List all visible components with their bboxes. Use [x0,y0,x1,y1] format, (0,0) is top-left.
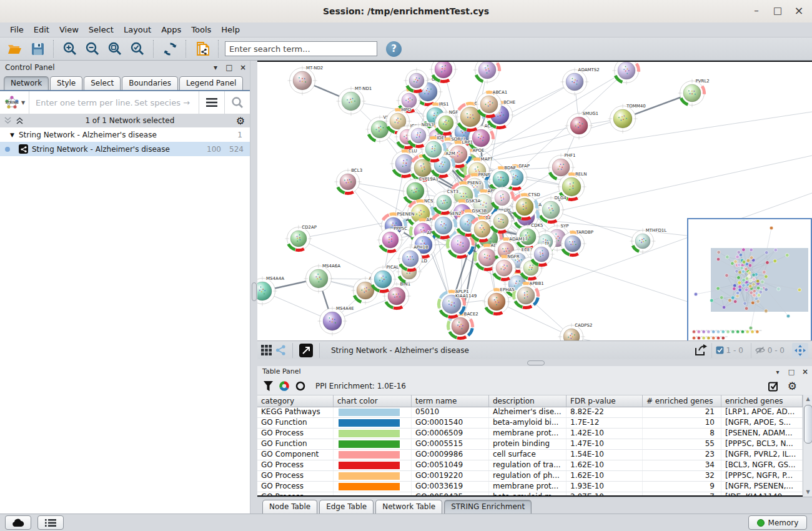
table-row[interactable]: GO ComponentGO:0009986cell surface1.54E-… [257,450,803,460]
grid-view-icon[interactable] [261,345,272,355]
zoom-in-button[interactable] [60,39,80,58]
network-node-MS4A6A[interactable]: MS4A6A [304,264,341,294]
network-node-MS4A4A[interactable]: MS4A4A [257,276,284,306]
panel-menu-icon[interactable]: ▾ [211,63,220,72]
table-row[interactable]: GO FunctionGO:0005515protein binding1.47… [257,439,803,450]
collapse-all-icon[interactable] [4,117,12,124]
tab-legend-panel[interactable]: Legend Panel [179,76,243,90]
zoom-selected-button[interactable] [127,39,147,58]
panel-close-icon[interactable]: × [801,367,810,376]
panel-menu-icon[interactable]: ▾ [773,369,782,375]
menu-layout[interactable]: Layout [119,24,156,36]
network-node-EPHA5[interactable]: EPHA5 [483,287,515,316]
network-node-MT-ND1[interactable]: MT-ND1 [337,86,372,116]
open-file-button[interactable] [5,39,25,58]
column-header-description[interactable]: description [489,395,567,407]
network-node-ADAMTS2[interactable]: ADAMTS2 [561,67,600,96]
search-input[interactable] [225,41,377,56]
share-view-icon[interactable] [275,345,286,355]
column-header-term-name[interactable]: term name [412,395,489,407]
network-node-MT-ND2[interactable]: MT-ND2 [288,66,324,96]
filter-icon[interactable] [264,381,273,391]
table-row[interactable]: GO ProcessGO:0006509membrane prot...1.42… [257,429,803,439]
network-node-DLG4[interactable]: DLG4 [537,196,567,224]
panel-float-icon[interactable]: □ [225,63,234,72]
string-query-placeholder[interactable]: Enter one term per line. [29,98,134,107]
menu-select[interactable]: Select [84,24,119,36]
table-row[interactable]: KEGG Pathways05010Alzheimer's dise...8.8… [257,407,803,418]
donut-chart-icon[interactable] [279,381,289,391]
tab-style[interactable]: Style [50,76,82,90]
scrollbar-thumb[interactable] [804,405,812,444]
menu-edit[interactable]: Edit [29,24,54,36]
panel-float-icon[interactable]: □ [787,368,796,376]
network-node-MTHFD1L[interactable]: MTHFD1L [630,228,667,254]
scroll-up-icon[interactable]: ▲ [803,395,812,404]
column-header--enriched-genes[interactable]: # enriched genes [643,395,721,407]
menu-help[interactable]: Help [216,24,245,36]
tab-network[interactable]: Network [4,76,49,90]
network-node-TREM2[interactable]: TREM2 [473,62,506,84]
task-history-button[interactable] [37,515,64,530]
column-header-chart-color[interactable]: chart color [334,395,412,407]
refresh-network-button[interactable] [160,39,180,58]
tab-boundaries[interactable]: Boundaries [122,76,178,90]
tab-network-table[interactable]: Network Table [375,500,442,514]
help-icon[interactable]: ? [386,41,402,57]
network-from-clipboard-button[interactable] [192,39,212,58]
zoom-out-button[interactable] [82,39,102,58]
table-row[interactable]: GO ProcessGO:0033619membrane prot...1.93… [257,482,803,492]
network-node-CADPS2[interactable]: CADPS2 [558,323,593,340]
menu-view[interactable]: View [54,24,84,36]
species-hint[interactable]: Set species → [134,98,199,107]
close-button[interactable]: × [788,0,810,22]
select-rows-icon[interactable] [768,381,779,392]
tab-edge-table[interactable]: Edge Table [319,500,374,514]
gear-icon[interactable]: ⚙ [788,380,797,392]
menu-file[interactable]: File [5,24,29,36]
table-row[interactable]: GO ProcessGO:0019220regulation of ph...1… [257,471,803,482]
horizontal-splitter[interactable] [257,359,812,366]
column-header-FDR-p-value[interactable]: FDR p-value [567,395,643,407]
column-header-category[interactable]: category [257,395,334,407]
gear-icon[interactable]: ⚙ [236,115,245,127]
column-header-enriched-genes[interactable]: enriched genes [721,395,803,407]
expand-all-icon[interactable] [16,117,24,124]
maximize-button[interactable]: □ [767,0,788,22]
ring-chart-icon[interactable] [295,381,305,391]
network-node-APBB1[interactable]: APBB1 [512,281,544,310]
scroll-down-icon[interactable]: ▼ [803,488,812,497]
memory-button[interactable]: Memory [748,515,807,530]
network-node-SMUG1[interactable]: SMUG1 [565,111,599,140]
detach-view-button[interactable] [299,344,313,357]
splitter-handle[interactable] [252,282,257,301]
table-row[interactable]: GO ProcessGO:0051049regulation of tra...… [257,460,803,471]
menu-tools[interactable]: Tools [186,24,216,36]
export-network-icon[interactable] [694,344,708,357]
network-node-MS4A4E[interactable]: MS4A4E [318,306,354,336]
birds-eye-view[interactable] [687,218,812,340]
menu-apps[interactable]: Apps [156,24,186,36]
string-search-button[interactable] [225,91,250,114]
cloud-services-button[interactable] [5,515,31,530]
minimize-button[interactable]: – [746,0,767,22]
network-node-PVRL2[interactable]: PVRL2 [678,79,710,107]
panel-close-icon[interactable]: × [239,63,247,72]
splitter-handle[interactable] [527,360,545,365]
tab-node-table[interactable]: Node Table [262,500,317,514]
network-collection-row[interactable]: ▼ String Network - Alzheimer's disease 1 [0,127,250,142]
zoom-fit-button[interactable] [105,39,125,58]
network-node-PPP5C[interactable]: PPP5C [377,226,408,254]
network-row[interactable]: String Network - Alzheimer's disease 100… [0,142,250,156]
tab-select[interactable]: Select [84,76,121,90]
tree-expand-icon[interactable]: ▼ [10,132,19,138]
string-options-button[interactable] [199,91,224,114]
network-node-APH1B[interactable]: APH1B [397,245,428,272]
network-node-TOMM40[interactable]: TOMM40 [608,104,646,134]
string-protein-query-selector[interactable]: STRING ▼ [0,91,29,114]
network-node-CD2AP[interactable]: CD2AP [285,225,317,252]
table-row[interactable]: GO FunctionGO:0001540beta-amyloid bi...1… [257,418,803,429]
save-session-button[interactable] [27,39,47,58]
tab-string-enrichment[interactable]: STRING Enrichment [444,500,532,514]
network-canvas[interactable]: MT-ND2MT-ND1VSNL1GAB2CR1TREM2CD33ADAMTS2… [257,61,812,340]
